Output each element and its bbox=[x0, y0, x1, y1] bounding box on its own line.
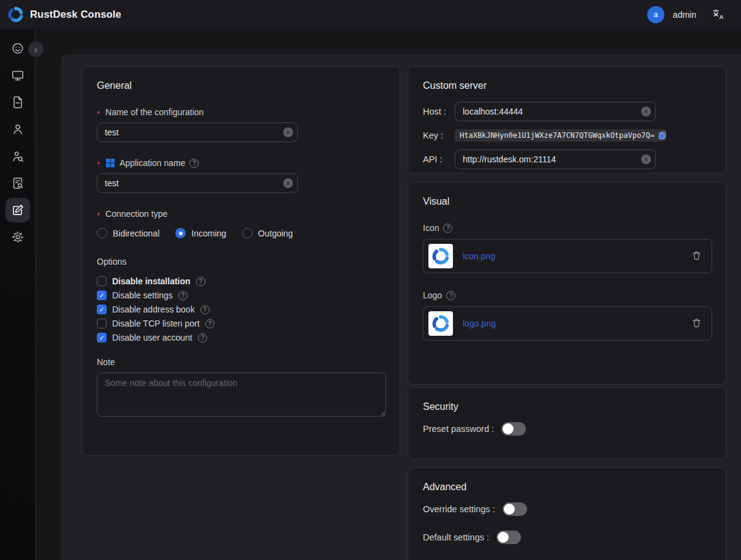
sidebar-item-audit[interactable] bbox=[6, 171, 30, 195]
required-asterisk bbox=[97, 209, 101, 219]
config-name-input[interactable] bbox=[97, 123, 298, 142]
host-input[interactable] bbox=[455, 102, 656, 121]
required-asterisk bbox=[97, 158, 101, 168]
radio-bidirectional[interactable]: Bidirectional bbox=[97, 228, 159, 238]
sidebar-item-dashboard[interactable] bbox=[6, 36, 30, 61]
app-name-field bbox=[97, 173, 298, 193]
security-card: Security Preset password : bbox=[408, 387, 726, 460]
monitor-icon bbox=[11, 69, 25, 82]
help-icon[interactable] bbox=[196, 277, 205, 286]
user-name[interactable]: admin bbox=[673, 10, 696, 20]
icon-filename-link[interactable]: icon.png bbox=[463, 251, 680, 261]
icon-thumbnail[interactable] bbox=[428, 244, 453, 268]
general-title: General bbox=[97, 80, 385, 91]
checkbox-checked-icon[interactable] bbox=[97, 290, 107, 300]
trash-icon[interactable] bbox=[690, 249, 703, 264]
logo-thumbnail[interactable] bbox=[428, 311, 453, 336]
visual-title: Visual bbox=[423, 196, 711, 207]
radio-icon bbox=[97, 228, 107, 238]
connection-type-label-row: Connection type bbox=[97, 209, 385, 219]
windows-icon bbox=[105, 158, 115, 168]
copy-icon[interactable] bbox=[658, 131, 667, 140]
help-icon[interactable] bbox=[198, 333, 207, 342]
user-icon bbox=[11, 123, 25, 136]
app-name-label: Application name bbox=[120, 158, 185, 168]
config-name-field bbox=[97, 123, 298, 142]
default-settings-label: Default settings : bbox=[423, 532, 489, 542]
brand: RustDesk Console bbox=[7, 6, 121, 23]
custom-server-card: Custom server Host : Key : HtaXBkJNHyn0e… bbox=[408, 66, 726, 173]
icon-upload-box: icon.png bbox=[423, 239, 712, 273]
key-label: Key : bbox=[423, 131, 455, 140]
preset-password-toggle[interactable] bbox=[501, 422, 526, 436]
user-search-icon bbox=[11, 149, 25, 163]
host-row: Host : bbox=[423, 102, 711, 121]
override-settings-label: Override settings : bbox=[423, 504, 495, 514]
connection-type-radio-group: Bidirectional Incoming Outgoing bbox=[97, 228, 385, 238]
document-search-icon bbox=[11, 176, 25, 190]
trash-icon[interactable] bbox=[690, 316, 703, 331]
edit-icon bbox=[11, 203, 25, 217]
rustdesk-console-app: RustDesk Console a admin A bbox=[0, 0, 741, 560]
preset-password-row: Preset password : bbox=[423, 422, 711, 436]
checkbox-icon[interactable] bbox=[97, 276, 107, 286]
host-label: Host : bbox=[423, 107, 455, 116]
override-settings-toggle[interactable] bbox=[503, 502, 527, 516]
clear-icon[interactable] bbox=[283, 127, 293, 137]
gear-icon bbox=[11, 230, 25, 244]
document-icon bbox=[11, 96, 25, 109]
clear-icon[interactable] bbox=[641, 154, 651, 164]
rustdesk-logo-icon bbox=[7, 6, 24, 23]
note-textarea[interactable] bbox=[97, 373, 386, 417]
help-icon[interactable] bbox=[189, 159, 199, 168]
rustdesk-logo-icon bbox=[431, 314, 450, 333]
connection-type-label: Connection type bbox=[105, 209, 167, 219]
avatar[interactable]: a bbox=[647, 6, 664, 23]
options-label-row: Options bbox=[97, 257, 385, 267]
config-name-label: Name of the configuration bbox=[105, 107, 203, 117]
preset-password-label: Preset password : bbox=[423, 424, 494, 434]
checkbox-checked-icon[interactable] bbox=[97, 333, 107, 342]
smiley-icon bbox=[11, 42, 25, 55]
app-name-input[interactable] bbox=[97, 173, 298, 193]
header-right: a admin A bbox=[647, 6, 725, 23]
sidebar-item-devices[interactable] bbox=[6, 63, 30, 88]
check-disable-tcp-listen-port: Disable TCP listen port bbox=[97, 319, 385, 328]
logo-label-row: Logo bbox=[423, 290, 711, 300]
logo-filename-link[interactable]: logo.png bbox=[463, 319, 680, 328]
radio-selected-icon bbox=[175, 228, 186, 238]
translate-icon[interactable]: A bbox=[712, 8, 725, 21]
advanced-title: Advanced bbox=[423, 482, 711, 493]
api-input[interactable] bbox=[455, 149, 656, 169]
key-value-chip: HtaXBkJNHyn0e1U1jWXze7A7CN7QTGWqxkOtpaVp… bbox=[455, 129, 666, 142]
sidebar bbox=[0, 29, 36, 560]
logo-label: Logo bbox=[423, 290, 442, 300]
clear-icon[interactable] bbox=[283, 178, 293, 188]
help-icon[interactable] bbox=[446, 291, 455, 300]
help-icon[interactable] bbox=[443, 224, 452, 233]
key-value: HtaXBkJNHyn0e1U1jWXze7A7CN7QTGWqxkOtpaVp… bbox=[460, 131, 655, 140]
help-icon[interactable] bbox=[200, 305, 210, 314]
radio-outgoing[interactable]: Outgoing bbox=[242, 228, 293, 238]
sidebar-expand-button[interactable] bbox=[28, 42, 44, 57]
api-label: API : bbox=[423, 154, 455, 164]
note-label-row: Note bbox=[97, 357, 385, 367]
radio-incoming[interactable]: Incoming bbox=[175, 228, 226, 238]
checkbox-icon[interactable] bbox=[97, 319, 107, 328]
clear-icon[interactable] bbox=[641, 107, 651, 116]
sidebar-item-users[interactable] bbox=[6, 117, 30, 142]
override-settings-row: Override settings : bbox=[423, 502, 711, 516]
sidebar-item-documents[interactable] bbox=[6, 90, 30, 115]
help-icon[interactable] bbox=[178, 291, 188, 300]
app-header: RustDesk Console a admin A bbox=[0, 0, 741, 29]
sidebar-item-custom-client[interactable] bbox=[6, 198, 30, 222]
default-settings-toggle[interactable] bbox=[496, 531, 521, 544]
check-disable-user-account: Disable user account bbox=[97, 333, 385, 342]
sidebar-item-groups[interactable] bbox=[6, 144, 30, 168]
app-name-label-row: Application name bbox=[97, 158, 385, 168]
security-title: Security bbox=[423, 401, 711, 412]
sidebar-item-settings[interactable] bbox=[6, 225, 30, 249]
icon-label: Icon bbox=[423, 223, 439, 233]
help-icon[interactable] bbox=[205, 319, 215, 328]
checkbox-checked-icon[interactable] bbox=[97, 305, 107, 314]
